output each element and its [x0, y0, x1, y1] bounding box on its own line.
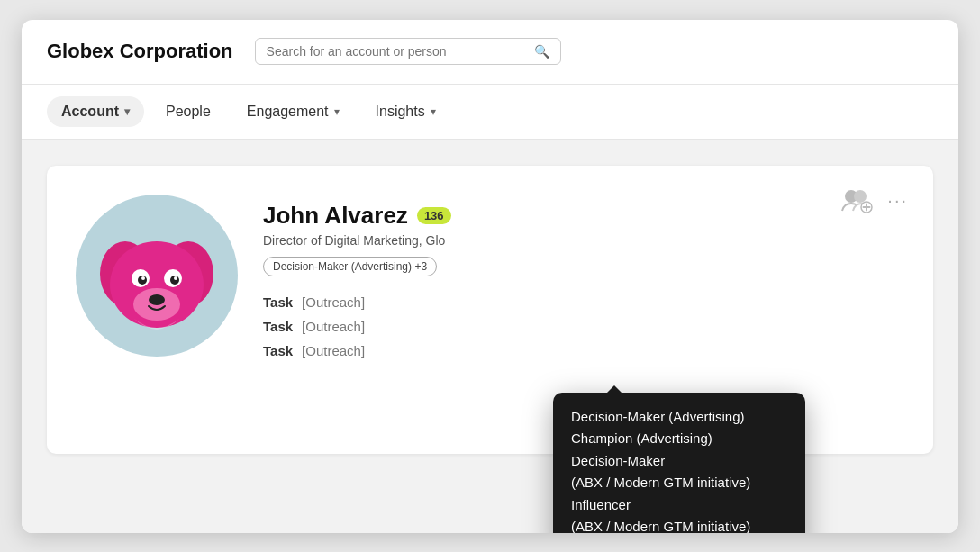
search-icon: 🔍 — [534, 44, 549, 59]
browser-frame: Globex Corporation 🔍 Account ▾ People En… — [22, 20, 958, 533]
task-value-1: [Outreach] — [302, 294, 365, 310]
avatar — [76, 195, 238, 357]
chevron-down-icon-2: ▾ — [334, 105, 340, 118]
tab-engagement-label: Engagement — [247, 104, 329, 120]
person-name-row: John Alvarez 136 — [263, 202, 904, 230]
search-input[interactable] — [267, 44, 527, 59]
svg-point-10 — [149, 294, 165, 305]
tooltip-item-5: Influencer — [571, 495, 787, 516]
person-title: Director of Digital Marketing, Glo — [263, 233, 904, 248]
tab-account[interactable]: Account ▾ — [47, 96, 144, 127]
nav-tabs: Account ▾ People Engagement ▾ Insights ▾ — [22, 85, 958, 140]
more-options-icon: ··· — [887, 190, 908, 211]
svg-point-8 — [141, 276, 145, 280]
task-label-2: Task — [263, 319, 293, 334]
search-bar[interactable]: 🔍 — [255, 38, 561, 65]
task-value-3: [Outreach] — [302, 343, 365, 358]
avatar-illustration — [85, 204, 229, 348]
tooltip-popup: Decision-Maker (Advertising) Champion (A… — [553, 393, 805, 533]
tooltip-item-2: Champion (Advertising) — [571, 429, 787, 449]
tab-insights-label: Insights — [376, 104, 425, 120]
person-info: John Alvarez 136 Director of Digital Mar… — [263, 195, 904, 367]
tab-insights[interactable]: Insights ▾ — [361, 96, 450, 127]
tags-row: Decision-Maker (Advertising) +3 — [263, 257, 904, 276]
card-actions: ··· — [840, 187, 908, 214]
tooltip-item-1: Decision-Maker (Advertising) — [571, 407, 787, 428]
tab-engagement[interactable]: Engagement ▾ — [232, 96, 354, 127]
task-row-1: Task [Outreach] — [263, 294, 904, 310]
tab-people[interactable]: People — [151, 96, 225, 127]
more-options-button[interactable]: ··· — [887, 190, 908, 211]
chevron-down-icon: ▾ — [124, 105, 130, 118]
chevron-down-icon-3: ▾ — [431, 105, 436, 118]
task-value-2: [Outreach] — [302, 319, 365, 334]
person-name: John Alvarez — [263, 202, 408, 230]
task-label-3: Task — [263, 343, 293, 358]
tab-people-label: People — [166, 104, 211, 120]
tooltip-item-3: Decision-Maker — [571, 451, 787, 472]
score-badge: 136 — [417, 207, 451, 224]
person-tag: Decision-Maker (Advertising) +3 — [263, 257, 437, 276]
task-row-2: Task [Outreach] — [263, 319, 904, 334]
tab-account-label: Account — [61, 104, 119, 120]
svg-point-9 — [174, 276, 177, 280]
tooltip-item-4: (ABX / Modern GTM initiative) — [571, 473, 787, 493]
header: Globex Corporation 🔍 — [22, 20, 958, 85]
task-row-3: Task [Outreach] — [263, 343, 904, 358]
add-person-button[interactable] — [840, 187, 873, 214]
svg-point-12 — [854, 190, 867, 203]
tooltip-item-6: (ABX / Modern GTM initiative) — [571, 517, 787, 533]
main-content: John Alvarez 136 Director of Digital Mar… — [22, 140, 958, 533]
app-logo: Globex Corporation — [47, 40, 233, 63]
task-label-1: Task — [263, 294, 293, 310]
